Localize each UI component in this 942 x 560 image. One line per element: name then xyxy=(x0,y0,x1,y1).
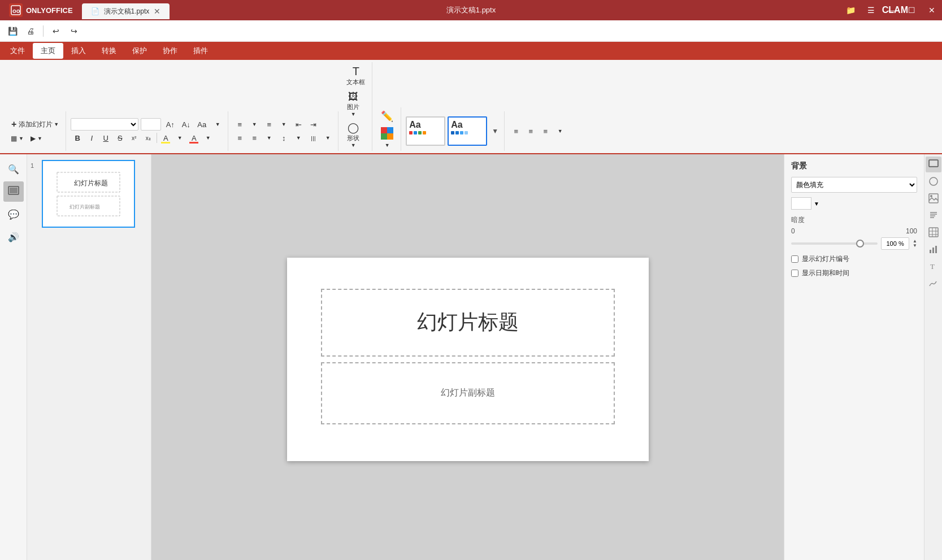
align-center-button[interactable]: ≡ xyxy=(248,132,261,144)
search-sidebar-button[interactable]: 🔍 xyxy=(3,159,24,179)
menu-convert[interactable]: 转换 xyxy=(94,43,124,59)
font-case-button[interactable]: Aa xyxy=(195,118,209,131)
slides-sidebar-button[interactable] xyxy=(3,181,24,202)
draw-button[interactable]: ✏️ xyxy=(377,108,397,124)
slide-thumbnail-1[interactable]: 幻灯片标题 幻灯片副标题 xyxy=(42,160,135,228)
table-icon[interactable] xyxy=(926,224,941,240)
line-spacing-button[interactable]: ↕ xyxy=(277,132,290,144)
color-scheme-button[interactable]: ▼ xyxy=(377,125,397,150)
menu-protect[interactable]: 保护 xyxy=(124,43,155,59)
themes-expand-button[interactable]: ▼ xyxy=(489,116,501,146)
menu-insert[interactable]: 插入 xyxy=(63,43,94,59)
numbered-list-button[interactable]: ≡ xyxy=(262,118,276,131)
print-button[interactable]: 🖨 xyxy=(23,23,38,39)
bullet-list-button[interactable]: ≡ xyxy=(233,118,246,131)
menu-plugin[interactable]: 插件 xyxy=(185,43,216,59)
minimize-button[interactable]: — xyxy=(881,0,901,20)
play-button[interactable]: ▶ ▼ xyxy=(28,132,45,145)
font-case-dropdown-icon[interactable]: ▼ xyxy=(211,118,224,131)
numbered-list-dropdown[interactable]: ▼ xyxy=(277,118,290,131)
chart-icon[interactable] xyxy=(926,241,941,257)
paragraph-icon[interactable] xyxy=(926,207,941,223)
comments-sidebar-button[interactable]: 💬 xyxy=(3,204,24,224)
font-size-down-button[interactable]: A↓ xyxy=(179,118,193,131)
menu-cooperate[interactable]: 协作 xyxy=(155,43,185,59)
align-dropdown[interactable]: ▼ xyxy=(262,132,276,144)
superscript-button[interactable]: x² xyxy=(127,132,141,144)
darkness-thumb[interactable] xyxy=(856,240,864,248)
undo-button[interactable]: ↩ xyxy=(48,23,64,39)
arrange-button[interactable]: ▼ xyxy=(553,125,567,137)
fill-type-select[interactable]: 颜色填充 xyxy=(791,177,917,193)
svg-rect-14 xyxy=(930,161,937,166)
font-color-button[interactable]: A xyxy=(187,132,201,144)
columns-button[interactable]: ⫼ xyxy=(306,132,320,144)
text-settings-icon[interactable]: T xyxy=(926,258,941,274)
italic-button[interactable]: I xyxy=(85,132,98,144)
slide-settings-icon[interactable] xyxy=(926,157,941,172)
strikethrough-button[interactable]: S xyxy=(113,132,127,144)
underline-button[interactable]: U xyxy=(99,132,112,144)
align-button-2[interactable]: ≡ xyxy=(524,125,537,137)
line-spacing-dropdown[interactable]: ▼ xyxy=(292,132,305,144)
align-left-button[interactable]: ≡ xyxy=(233,132,246,144)
shape-button[interactable]: ◯ 形状 ▼ xyxy=(343,120,363,150)
align-button-1[interactable]: ≡ xyxy=(509,125,523,137)
theme2-dot-2 xyxy=(455,131,459,134)
title-placeholder[interactable]: 幻灯片标题 xyxy=(321,289,615,357)
audio-sidebar-button[interactable]: 🔊 xyxy=(3,227,24,247)
subscript-button[interactable]: x₂ xyxy=(141,132,155,144)
signature-icon[interactable] xyxy=(926,275,941,291)
hamburger-button[interactable]: ☰ xyxy=(861,0,881,20)
slide-canvas[interactable]: 幻灯片标题 幻灯片副标题 xyxy=(151,154,784,560)
maximize-button[interactable]: ☐ xyxy=(901,0,922,20)
file-tab[interactable]: 📄 演示文稿1.pptx ✕ xyxy=(82,3,170,19)
show-slide-number-checkbox[interactable] xyxy=(791,255,798,263)
svg-text:幻灯片副标题: 幻灯片副标题 xyxy=(70,204,100,210)
highlight-button[interactable]: A xyxy=(159,132,172,144)
color-arrow-button[interactable]: ▼ xyxy=(814,201,819,207)
slide-frame[interactable]: 幻灯片标题 幻灯片副标题 xyxy=(287,258,649,461)
menu-bar: 文件 主页 插入 转换 保护 协作 插件 xyxy=(0,42,942,60)
bullet-list-dropdown[interactable]: ▼ xyxy=(248,118,261,131)
decrease-indent-button[interactable]: ⇤ xyxy=(292,118,305,131)
theme-card-1[interactable]: Aa xyxy=(406,116,445,146)
layout-button[interactable]: ▦ ▼ xyxy=(8,132,27,145)
highlight-dropdown-icon[interactable]: ▼ xyxy=(173,132,186,144)
list-row: ≡ ▼ ≡ ▼ ⇤ ⇥ xyxy=(233,118,320,131)
slide-subtitle-text: 幻灯片副标题 xyxy=(441,387,495,399)
redo-button[interactable]: ↪ xyxy=(66,23,82,39)
add-slide-button[interactable]: + 添加幻灯片 ▼ xyxy=(8,118,62,131)
tab-close-button[interactable]: ✕ xyxy=(154,7,160,16)
image-settings-icon[interactable] xyxy=(926,190,941,206)
save-button[interactable]: 💾 xyxy=(5,23,20,39)
theme2-dots xyxy=(451,131,484,134)
menu-home[interactable]: 主页 xyxy=(33,43,63,59)
folder-button[interactable]: 📁 xyxy=(840,0,861,20)
theme-card-2[interactable]: Aa xyxy=(448,116,487,146)
bold-button[interactable]: B xyxy=(71,132,84,144)
subtitle-placeholder[interactable]: 幻灯片副标题 xyxy=(321,362,615,424)
theme1-dot-3 xyxy=(418,131,422,134)
darkness-down-button[interactable]: ▼ xyxy=(913,244,917,248)
darkness-slider[interactable] xyxy=(791,242,878,245)
textbox-button[interactable]: T 文本框 xyxy=(343,63,368,88)
font-size-up-button[interactable]: A↑ xyxy=(163,118,177,131)
shape-settings-icon[interactable] xyxy=(926,173,941,189)
color-scheme-dropdown: ▼ xyxy=(385,142,390,148)
add-slide-row: + 添加幻灯片 ▼ xyxy=(8,118,62,131)
darkness-value-display: 100 % xyxy=(881,237,909,250)
increase-indent-button[interactable]: ⇥ xyxy=(306,118,320,131)
menu-file[interactable]: 文件 xyxy=(2,43,33,59)
font-size-input[interactable] xyxy=(141,118,161,131)
image-button[interactable]: 🖼 图片 ▼ xyxy=(343,89,363,119)
font-name-select[interactable] xyxy=(71,118,138,131)
color-swatch[interactable] xyxy=(791,197,811,210)
darkness-section: 暗度 0 100 100 % ▲ ▼ xyxy=(791,215,917,250)
align-button-3[interactable]: ≡ xyxy=(539,125,552,137)
fontcolor-dropdown-icon[interactable]: ▼ xyxy=(201,132,215,144)
show-date-time-checkbox[interactable] xyxy=(791,270,798,277)
close-window-button[interactable]: ✕ xyxy=(922,0,942,20)
slide-thumb-row: 1 幻灯片标题 幻灯片副标题 xyxy=(29,159,149,229)
columns-dropdown[interactable]: ▼ xyxy=(321,132,335,144)
